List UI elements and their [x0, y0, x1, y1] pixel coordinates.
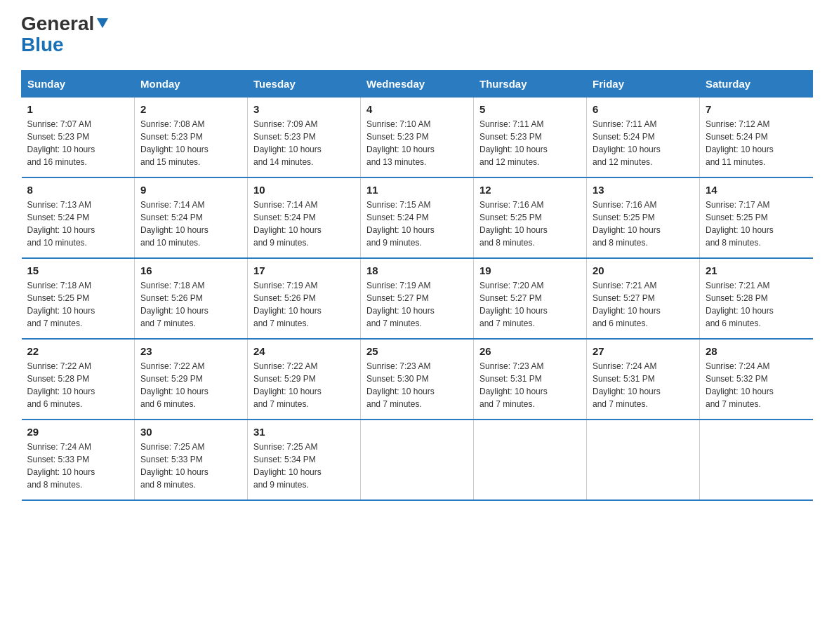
day-info: Sunrise: 7:16 AM Sunset: 5:25 PM Dayligh… [479, 200, 548, 248]
calendar-table: SundayMondayTuesdayWednesdayThursdayFrid… [21, 70, 813, 501]
col-header-sunday: Sunday [22, 71, 135, 98]
day-cell: 9 Sunrise: 7:14 AM Sunset: 5:24 PM Dayli… [135, 177, 248, 258]
page-header: General Blue [21, 14, 813, 56]
day-info: Sunrise: 7:11 AM Sunset: 5:23 PM Dayligh… [479, 119, 548, 167]
day-number: 20 [593, 264, 694, 276]
day-info: Sunrise: 7:23 AM Sunset: 5:31 PM Dayligh… [479, 361, 548, 409]
day-number: 16 [140, 264, 241, 276]
day-cell: 1 Sunrise: 7:07 AM Sunset: 5:23 PM Dayli… [22, 98, 135, 178]
day-cell [474, 420, 587, 500]
day-number: 3 [253, 103, 355, 115]
day-info: Sunrise: 7:07 AM Sunset: 5:23 PM Dayligh… [27, 119, 95, 167]
day-cell: 11 Sunrise: 7:15 AM Sunset: 5:24 PM Dayl… [361, 177, 474, 258]
day-number: 28 [706, 345, 807, 357]
day-number: 21 [706, 264, 807, 276]
day-info: Sunrise: 7:19 AM Sunset: 5:27 PM Dayligh… [366, 281, 435, 328]
day-number: 23 [140, 345, 241, 357]
day-cell: 31 Sunrise: 7:25 AM Sunset: 5:34 PM Dayl… [248, 420, 361, 500]
day-number: 4 [366, 103, 468, 115]
day-info: Sunrise: 7:14 AM Sunset: 5:24 PM Dayligh… [140, 200, 208, 248]
calendar-header-row: SundayMondayTuesdayWednesdayThursdayFrid… [22, 71, 813, 98]
day-number: 12 [479, 184, 581, 196]
day-number: 22 [27, 345, 129, 357]
day-cell: 5 Sunrise: 7:11 AM Sunset: 5:23 PM Dayli… [474, 98, 587, 178]
day-cell: 14 Sunrise: 7:17 AM Sunset: 5:25 PM Dayl… [700, 177, 813, 258]
col-header-thursday: Thursday [474, 71, 587, 98]
day-info: Sunrise: 7:22 AM Sunset: 5:28 PM Dayligh… [27, 361, 95, 409]
day-cell: 29 Sunrise: 7:24 AM Sunset: 5:33 PM Dayl… [22, 420, 135, 500]
day-cell [587, 420, 700, 500]
day-number: 17 [253, 264, 355, 276]
col-header-wednesday: Wednesday [361, 71, 474, 98]
day-info: Sunrise: 7:12 AM Sunset: 5:24 PM Dayligh… [706, 119, 774, 167]
day-cell: 13 Sunrise: 7:16 AM Sunset: 5:25 PM Dayl… [587, 177, 700, 258]
day-info: Sunrise: 7:14 AM Sunset: 5:24 PM Dayligh… [253, 200, 322, 248]
day-number: 27 [593, 345, 694, 357]
day-info: Sunrise: 7:24 AM Sunset: 5:32 PM Dayligh… [706, 361, 774, 409]
day-cell: 8 Sunrise: 7:13 AM Sunset: 5:24 PM Dayli… [22, 177, 135, 258]
day-number: 29 [27, 426, 129, 438]
logo: General Blue [21, 14, 110, 56]
day-cell: 22 Sunrise: 7:22 AM Sunset: 5:28 PM Dayl… [22, 339, 135, 420]
day-cell: 18 Sunrise: 7:19 AM Sunset: 5:27 PM Dayl… [361, 258, 474, 339]
day-number: 1 [27, 103, 129, 115]
day-info: Sunrise: 7:24 AM Sunset: 5:31 PM Dayligh… [593, 361, 661, 409]
day-info: Sunrise: 7:25 AM Sunset: 5:34 PM Dayligh… [253, 442, 322, 490]
day-number: 18 [366, 264, 468, 276]
day-number: 14 [706, 184, 807, 196]
day-number: 2 [140, 103, 241, 115]
day-cell: 2 Sunrise: 7:08 AM Sunset: 5:23 PM Dayli… [135, 98, 248, 178]
day-cell: 23 Sunrise: 7:22 AM Sunset: 5:29 PM Dayl… [135, 339, 248, 420]
day-info: Sunrise: 7:15 AM Sunset: 5:24 PM Dayligh… [366, 200, 435, 248]
week-row-2: 8 Sunrise: 7:13 AM Sunset: 5:24 PM Dayli… [22, 177, 813, 258]
day-info: Sunrise: 7:18 AM Sunset: 5:26 PM Dayligh… [140, 281, 208, 328]
day-number: 10 [253, 184, 355, 196]
day-cell [700, 420, 813, 500]
day-info: Sunrise: 7:20 AM Sunset: 5:27 PM Dayligh… [479, 281, 548, 328]
day-cell: 26 Sunrise: 7:23 AM Sunset: 5:31 PM Dayl… [474, 339, 587, 420]
day-number: 25 [366, 345, 468, 357]
day-info: Sunrise: 7:16 AM Sunset: 5:25 PM Dayligh… [593, 200, 661, 248]
day-number: 26 [479, 345, 581, 357]
week-row-5: 29 Sunrise: 7:24 AM Sunset: 5:33 PM Dayl… [22, 420, 813, 500]
day-number: 19 [479, 264, 581, 276]
day-cell: 12 Sunrise: 7:16 AM Sunset: 5:25 PM Dayl… [474, 177, 587, 258]
day-info: Sunrise: 7:23 AM Sunset: 5:30 PM Dayligh… [366, 361, 435, 409]
day-cell: 28 Sunrise: 7:24 AM Sunset: 5:32 PM Dayl… [700, 339, 813, 420]
day-number: 9 [140, 184, 241, 196]
day-number: 31 [253, 426, 355, 438]
day-cell: 10 Sunrise: 7:14 AM Sunset: 5:24 PM Dayl… [248, 177, 361, 258]
day-info: Sunrise: 7:09 AM Sunset: 5:23 PM Dayligh… [253, 119, 322, 167]
day-number: 24 [253, 345, 355, 357]
day-number: 6 [593, 103, 694, 115]
day-number: 8 [27, 184, 129, 196]
week-row-4: 22 Sunrise: 7:22 AM Sunset: 5:28 PM Dayl… [22, 339, 813, 420]
day-info: Sunrise: 7:17 AM Sunset: 5:25 PM Dayligh… [706, 200, 774, 248]
day-cell: 24 Sunrise: 7:22 AM Sunset: 5:29 PM Dayl… [248, 339, 361, 420]
day-info: Sunrise: 7:21 AM Sunset: 5:27 PM Dayligh… [593, 281, 661, 328]
day-cell: 27 Sunrise: 7:24 AM Sunset: 5:31 PM Dayl… [587, 339, 700, 420]
day-info: Sunrise: 7:22 AM Sunset: 5:29 PM Dayligh… [140, 361, 208, 409]
day-cell [361, 420, 474, 500]
day-info: Sunrise: 7:21 AM Sunset: 5:28 PM Dayligh… [706, 281, 774, 328]
day-info: Sunrise: 7:18 AM Sunset: 5:25 PM Dayligh… [27, 281, 95, 328]
day-number: 11 [366, 184, 468, 196]
day-cell: 4 Sunrise: 7:10 AM Sunset: 5:23 PM Dayli… [361, 98, 474, 178]
day-cell: 21 Sunrise: 7:21 AM Sunset: 5:28 PM Dayl… [700, 258, 813, 339]
col-header-monday: Monday [135, 71, 248, 98]
day-info: Sunrise: 7:13 AM Sunset: 5:24 PM Dayligh… [27, 200, 95, 248]
day-info: Sunrise: 7:25 AM Sunset: 5:33 PM Dayligh… [140, 442, 208, 490]
logo-general: General [21, 14, 94, 34]
day-number: 7 [706, 103, 807, 115]
day-cell: 20 Sunrise: 7:21 AM Sunset: 5:27 PM Dayl… [587, 258, 700, 339]
day-info: Sunrise: 7:19 AM Sunset: 5:26 PM Dayligh… [253, 281, 322, 328]
col-header-friday: Friday [587, 71, 700, 98]
day-cell: 30 Sunrise: 7:25 AM Sunset: 5:33 PM Dayl… [135, 420, 248, 500]
day-cell: 6 Sunrise: 7:11 AM Sunset: 5:24 PM Dayli… [587, 98, 700, 178]
week-row-3: 15 Sunrise: 7:18 AM Sunset: 5:25 PM Dayl… [22, 258, 813, 339]
day-info: Sunrise: 7:10 AM Sunset: 5:23 PM Dayligh… [366, 119, 435, 167]
col-header-saturday: Saturday [700, 71, 813, 98]
week-row-1: 1 Sunrise: 7:07 AM Sunset: 5:23 PM Dayli… [22, 98, 813, 178]
day-cell: 19 Sunrise: 7:20 AM Sunset: 5:27 PM Dayl… [474, 258, 587, 339]
logo-blue: Blue [21, 34, 64, 56]
